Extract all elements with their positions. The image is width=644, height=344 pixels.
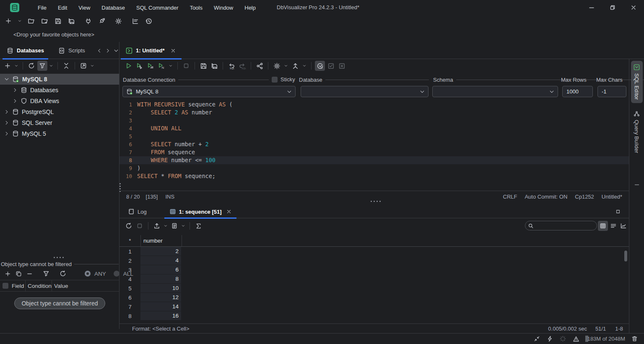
menu-window[interactable]: Window: [214, 5, 233, 11]
visualize-query-button[interactable]: [254, 61, 265, 71]
filter-copy-button[interactable]: [13, 269, 23, 279]
redo-sql-button[interactable]: SQL: [237, 61, 247, 71]
execute-button[interactable]: [124, 61, 134, 71]
sticky-checkbox[interactable]: [272, 77, 278, 83]
maximize-panel-button[interactable]: [613, 207, 623, 217]
menu-help[interactable]: Help: [244, 5, 256, 11]
grid-scrollbar-thumb[interactable]: [624, 251, 627, 261]
save-button[interactable]: [53, 16, 63, 26]
garbage-collect-trash-icon[interactable]: [631, 334, 638, 344]
performance-lightning-icon[interactable]: [546, 334, 554, 344]
menu-tools[interactable]: Tools: [190, 5, 203, 11]
tab-log[interactable]: Log: [123, 205, 152, 218]
filter-refresh-button[interactable]: [58, 269, 68, 279]
strip-resize-tick[interactable]: [635, 184, 639, 185]
max-chars-input[interactable]: -1: [597, 86, 626, 97]
filter-add-button[interactable]: [3, 269, 13, 279]
execute-options-chevron-icon[interactable]: [167, 61, 174, 71]
collapse-all-button[interactable]: [61, 61, 71, 71]
sidebar-splitter-handle[interactable]: [54, 257, 64, 258]
refresh-tree-button[interactable]: [26, 61, 36, 71]
execute-explain-button[interactable]: N: [156, 61, 166, 71]
document-chevron-icon[interactable]: [180, 221, 186, 231]
editor-results-splitter-handle[interactable]: [371, 201, 381, 202]
vtab-sql-editor[interactable]: SQL Editor: [631, 61, 643, 103]
filter-tree-button[interactable]: [37, 61, 47, 71]
open-in-new-window-button[interactable]: [78, 61, 88, 71]
search-input[interactable]: [535, 222, 590, 229]
memory-indicator[interactable]: 183M of 2048M: [585, 336, 625, 342]
add-connection-chevron-icon[interactable]: [13, 61, 19, 71]
connect-button[interactable]: [83, 16, 93, 26]
stop-result-button[interactable]: [135, 221, 145, 231]
grid-row[interactable]: 816: [119, 311, 629, 321]
warnings-icon[interactable]: [572, 334, 580, 344]
commit-button[interactable]: [326, 61, 336, 71]
tab-sql-editor-1[interactable]: 1: Untitled*: [121, 42, 182, 59]
new-object-chevron-icon[interactable]: [17, 16, 23, 26]
background-tasks-spinner-icon[interactable]: [559, 334, 567, 344]
tab-databases[interactable]: Databases: [3, 42, 48, 59]
grid-row[interactable]: 714: [119, 302, 629, 311]
rollback-button[interactable]: [337, 61, 347, 71]
view-grid-toggle[interactable]: [598, 221, 608, 231]
filter-disabled-message-button[interactable]: Object type cannot be filtered: [14, 297, 105, 309]
max-rows-input[interactable]: 1000: [562, 86, 593, 97]
radio-any[interactable]: [85, 271, 91, 277]
run-mode-button[interactable]: [290, 61, 300, 71]
chevron-right-icon[interactable]: [13, 98, 18, 103]
connection-dropdown[interactable]: MySQL 8: [122, 86, 296, 97]
database-dropdown[interactable]: [301, 86, 428, 97]
sql-code-editor[interactable]: 1WITH RECURSIVE sequence AS ( 2 SELECT 2…: [119, 99, 629, 191]
chevron-down-icon[interactable]: [4, 77, 9, 82]
settings-chevron-icon[interactable]: [283, 61, 289, 71]
open-file-button[interactable]: [26, 16, 36, 26]
grid-row[interactable]: 510: [119, 284, 629, 293]
menu-view[interactable]: View: [78, 5, 90, 11]
export-result-button[interactable]: [152, 221, 162, 231]
grid-row[interactable]: 24: [119, 256, 629, 265]
view-chart-toggle[interactable]: [618, 221, 628, 231]
menu-file[interactable]: File: [38, 5, 47, 11]
tree-item-postgresql[interactable]: PostgreSQL: [0, 106, 119, 117]
tab-result-sequence[interactable]: 1: sequence [51]: [164, 205, 236, 218]
restore-button[interactable]: [602, 0, 623, 15]
aggregate-sigma-button[interactable]: [193, 221, 203, 231]
disconnect-button[interactable]: [96, 16, 106, 26]
filter-chevron-icon[interactable]: [48, 61, 54, 71]
monitor-button[interactable]: [130, 16, 140, 26]
menu-database[interactable]: Database: [101, 5, 125, 11]
execute-buffer-button[interactable]: [145, 61, 156, 71]
tab-scroll-right-icon[interactable]: [104, 46, 112, 56]
tab-close-icon[interactable]: [171, 48, 176, 53]
undo-sql-button[interactable]: SQL: [226, 61, 236, 71]
tab-close-icon[interactable]: [226, 209, 231, 214]
editor-save-button[interactable]: [198, 61, 208, 71]
grid-row[interactable]: 12: [119, 247, 629, 256]
close-button[interactable]: [623, 0, 644, 15]
schema-dropdown[interactable]: [432, 86, 558, 97]
view-text-toggle[interactable]: [608, 221, 618, 231]
history-button[interactable]: [143, 16, 153, 26]
tree-item-databases[interactable]: Databases: [0, 85, 119, 96]
chevron-right-icon[interactable]: [4, 109, 9, 114]
favorites-drop-bar[interactable]: <Drop your favorite objects here>: [0, 27, 644, 42]
new-object-button[interactable]: [3, 16, 13, 26]
filter-select-all-checkbox[interactable]: [3, 283, 8, 289]
grid-row[interactable]: 36: [119, 265, 629, 274]
open-recent-button[interactable]: [39, 16, 49, 26]
filter-apply-button[interactable]: [41, 269, 51, 279]
add-connection-button[interactable]: [3, 61, 13, 71]
tree-item-mysql5[interactable]: MySQL 5: [0, 128, 119, 139]
tree-item-mysql8[interactable]: MySQL 8: [0, 74, 119, 85]
editor-save-all-button[interactable]: [209, 61, 219, 71]
rerun-query-button[interactable]: [124, 221, 134, 231]
menu-edit[interactable]: Edit: [58, 5, 67, 11]
execute-current-button[interactable]: [135, 61, 145, 71]
settings-gear-button[interactable]: [113, 16, 123, 26]
radio-all[interactable]: [114, 271, 119, 277]
filter-remove-button[interactable]: [24, 269, 34, 279]
chevron-right-icon[interactable]: [4, 131, 9, 136]
save-all-button[interactable]: [66, 16, 76, 26]
open-in-chevron-icon[interactable]: [89, 61, 95, 71]
